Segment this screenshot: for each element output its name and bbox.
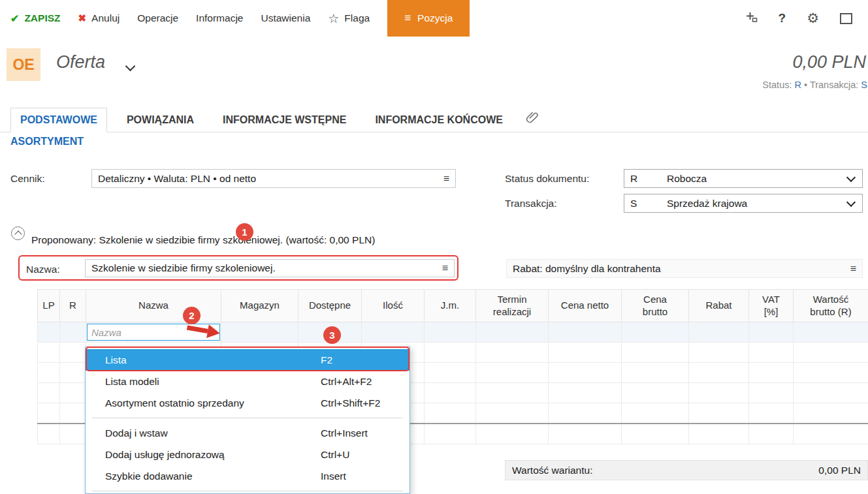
hamburger-icon[interactable]: ≡ — [442, 262, 448, 274]
column-header-nazwa[interactable]: Nazwa — [86, 290, 221, 322]
menu-item-asortyment-ostatnio[interactable]: Asortyment ostatnio sprzedany Ctrl+Shift… — [86, 392, 410, 414]
hamburger-icon[interactable]: ≡ — [443, 173, 449, 185]
menu-item-szybkie-dodawanie[interactable]: Szybkie dodawanie Insert — [86, 465, 410, 487]
column-header-cena-netto[interactable]: Cena netto — [549, 290, 622, 322]
cell-vat[interactable] — [749, 322, 794, 343]
empty-cell[interactable] — [476, 343, 549, 363]
nazwa-cell-input[interactable]: Nazwa ≡ — [87, 324, 220, 341]
empty-cell[interactable] — [749, 424, 794, 444]
empty-cell[interactable] — [622, 424, 689, 444]
menu-operacje[interactable]: Operacje — [137, 12, 178, 24]
empty-cell[interactable] — [622, 403, 689, 424]
cell-wartosc-brutto[interactable] — [794, 322, 868, 343]
empty-cell[interactable] — [622, 383, 689, 403]
column-header-rabat[interactable]: Rabat — [689, 290, 749, 322]
empty-cell[interactable] — [38, 403, 60, 424]
empty-cell[interactable] — [549, 383, 622, 403]
empty-cell[interactable] — [476, 424, 549, 444]
empty-cell[interactable] — [689, 424, 749, 444]
tab-informacje-koncowe[interactable]: INFORMACJE KOŃCOWE — [366, 108, 512, 132]
status-dokumentu-select[interactable]: R Robocza — [624, 169, 863, 188]
empty-cell[interactable] — [622, 343, 689, 363]
tab-informacje-wstepne[interactable]: INFORMACJE WSTĘPNE — [214, 108, 355, 132]
menu-item-lista-modeli[interactable]: Lista modeli Ctrl+Alt+F2 — [86, 371, 410, 392]
cell-dostepne[interactable] — [298, 322, 362, 343]
column-header-lp[interactable]: LP — [38, 290, 60, 322]
doc-title[interactable]: Oferta — [56, 52, 105, 72]
cell-termin[interactable] — [476, 322, 549, 343]
empty-cell[interactable] — [60, 383, 86, 403]
empty-cell[interactable] — [622, 363, 689, 383]
empty-cell[interactable] — [749, 363, 794, 383]
column-header-r[interactable]: R — [60, 290, 86, 322]
empty-cell[interactable] — [549, 363, 622, 383]
empty-cell[interactable] — [60, 343, 86, 363]
empty-cell[interactable] — [425, 363, 476, 383]
help-icon[interactable]: ? — [779, 11, 786, 25]
cell-magazyn[interactable] — [221, 322, 298, 343]
empty-cell[interactable] — [60, 424, 86, 444]
save-button[interactable]: ✔ ZAPISZ — [10, 12, 61, 25]
nazwa-field[interactable]: Szkolenie w siedzibie firmy szkoleniowej… — [85, 259, 455, 277]
tab-podstawowe[interactable]: PODSTAWOWE — [10, 108, 107, 132]
column-header-jm[interactable]: J.m. — [425, 290, 476, 322]
cell-r[interactable] — [60, 322, 86, 343]
paperclip-icon[interactable] — [525, 110, 539, 127]
cell-rabat[interactable] — [689, 322, 749, 343]
flag-button[interactable]: ☆ Flaga — [328, 11, 370, 26]
empty-cell[interactable] — [689, 403, 749, 424]
cell-cena-brutto[interactable] — [622, 322, 689, 343]
cell-lp[interactable] — [38, 322, 60, 343]
empty-cell[interactable] — [549, 343, 622, 363]
cennik-field[interactable]: Detaliczny • Waluta: PLN • od netto ≡ — [91, 169, 456, 188]
new-window-icon[interactable] — [745, 11, 758, 25]
empty-cell[interactable] — [476, 403, 549, 424]
transakcja-select[interactable]: S Sprzedaż krajowa — [624, 194, 863, 213]
collapse-toggle[interactable] — [11, 226, 25, 240]
column-header-dostepne[interactable]: Dostępne — [298, 290, 362, 322]
column-header-ilosc[interactable]: Ilość — [362, 290, 425, 322]
empty-cell[interactable] — [794, 424, 868, 444]
hamburger-icon[interactable]: ≡ — [850, 263, 856, 275]
pozycja-button[interactable]: ≡ Pozycja — [387, 0, 470, 37]
column-header-cena-brutto[interactable]: Cena brutto — [622, 290, 689, 322]
empty-cell[interactable] — [38, 363, 60, 383]
empty-cell[interactable] — [425, 424, 476, 444]
cell-jm[interactable] — [425, 322, 476, 343]
cell-cena-netto[interactable] — [549, 322, 622, 343]
empty-cell[interactable] — [38, 383, 60, 403]
cell-ilosc[interactable] — [362, 322, 425, 343]
empty-cell[interactable] — [689, 383, 749, 403]
menu-item-dodaj-usluge[interactable]: Dodaj usługę jednorazową Ctrl+U — [86, 444, 410, 465]
menu-informacje[interactable]: Informacje — [196, 12, 243, 24]
column-header-wartosc-brutto[interactable]: Wartość brutto (R) — [794, 290, 868, 322]
empty-cell[interactable] — [38, 424, 60, 444]
hamburger-icon[interactable]: ≡ — [210, 327, 216, 338]
empty-cell[interactable] — [749, 383, 794, 403]
empty-cell[interactable] — [425, 343, 476, 363]
chevron-down-icon[interactable] — [125, 61, 136, 72]
empty-cell[interactable] — [60, 363, 86, 383]
tab-powiazania[interactable]: POWIĄZANIA — [118, 108, 203, 132]
empty-cell[interactable] — [38, 343, 60, 363]
empty-cell[interactable] — [425, 383, 476, 403]
column-header-termin[interactable]: Termin realizacji — [476, 290, 549, 322]
column-header-magazyn[interactable]: Magazyn — [221, 290, 298, 322]
empty-cell[interactable] — [749, 403, 794, 424]
empty-cell[interactable] — [794, 383, 868, 403]
empty-cell[interactable] — [549, 403, 622, 424]
menu-item-lista[interactable]: Lista F2 — [86, 349, 410, 371]
empty-cell[interactable] — [60, 403, 86, 424]
maximize-icon[interactable] — [840, 13, 852, 24]
empty-cell[interactable] — [689, 343, 749, 363]
empty-cell[interactable] — [689, 363, 749, 383]
empty-cell[interactable] — [794, 403, 868, 424]
gear-icon[interactable]: ⚙ — [807, 10, 819, 26]
cancel-button[interactable]: ✖ Anuluj — [78, 12, 120, 24]
empty-cell[interactable] — [549, 424, 622, 444]
rabat-field[interactable]: Rabat: domyślny dla kontrahenta ≡ — [506, 259, 863, 278]
tab-asortyment[interactable]: ASORTYMENT — [10, 136, 84, 147]
empty-cell[interactable] — [476, 363, 549, 383]
empty-cell[interactable] — [425, 403, 476, 424]
empty-cell[interactable] — [749, 343, 794, 363]
